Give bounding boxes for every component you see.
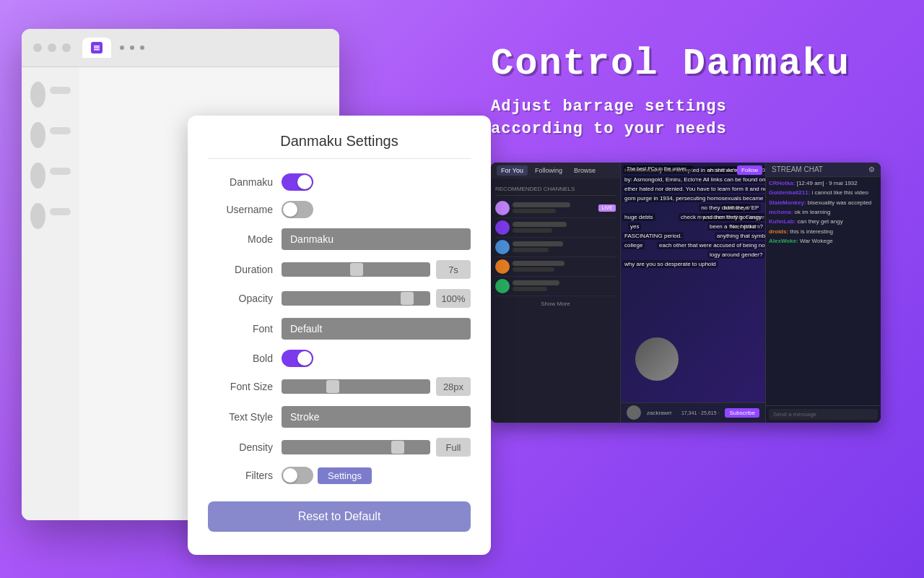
chat-settings-icon[interactable]: ⚙	[868, 165, 875, 173]
sidebar-circle-3	[30, 163, 45, 189]
username-row: Username	[208, 201, 471, 218]
duration-value: 7s	[436, 260, 471, 279]
sidebar-circle-2	[30, 122, 45, 148]
username-toggle-knob	[283, 202, 297, 217]
chat-msg-4: mchona: ok im learning	[769, 209, 878, 216]
sidebar-mock	[22, 67, 79, 520]
channel-avatar-2	[495, 220, 510, 235]
mode-row: Mode Danmaku	[208, 228, 471, 250]
textstyle-dropdown[interactable]: Stroke	[282, 406, 471, 428]
browse-tab[interactable]: Browse	[570, 165, 600, 176]
density-slider[interactable]	[282, 440, 430, 454]
duration-label: Duration	[208, 264, 273, 275]
chat-messages: CRHotka: [12:49 am] · 9 mai 1932 Goldenb…	[766, 177, 881, 405]
danmaku-label: Danmaku	[208, 176, 273, 188]
follow-button[interactable]: Follow	[737, 165, 762, 175]
username-toggle[interactable]	[282, 201, 313, 218]
username-label: Username	[208, 204, 273, 215]
video-player-area: Homosexuality was accepted in ancient As…	[621, 163, 765, 402]
danmaku-toggle[interactable]	[282, 173, 313, 191]
sidebar-circle-4	[30, 203, 45, 229]
fontsize-row: Font Size 28px	[208, 377, 471, 396]
mode-label: Mode	[208, 233, 273, 245]
settings-panel: Danmaku Settings Danmaku Username Mode D…	[188, 116, 491, 555]
sidebar-line-4	[50, 208, 71, 215]
opacity-thumb[interactable]	[401, 292, 414, 305]
mode-control: Danmaku	[282, 228, 471, 250]
channel-row-4	[495, 257, 616, 277]
chat-text-1: [12:49 am] · 9 mai 1932	[797, 180, 858, 186]
chat-header: STREAM CHAT ⚙	[766, 163, 881, 177]
svg-rect-0	[94, 46, 100, 47]
fontsize-slider[interactable]	[282, 379, 430, 394]
browser-tab[interactable]	[82, 38, 111, 58]
filters-settings-button[interactable]: Settings	[318, 467, 372, 484]
settings-title: Danmaku Settings	[208, 133, 471, 159]
sidebar-item-mock-3	[30, 163, 71, 189]
recommended-label: RECOMMENDED CHANNELS	[495, 183, 616, 196]
hero-title: Control Danmaku	[491, 43, 910, 85]
right-content: Control Danmaku Adjust barrage settings …	[491, 43, 910, 423]
font-value: Default	[290, 323, 322, 335]
bold-toggle[interactable]	[282, 350, 313, 367]
channel-live-badge-1: LIVE	[598, 204, 616, 212]
browser-dot-green	[62, 43, 71, 52]
chat-username-7: AlexWoke:	[769, 238, 798, 244]
svg-rect-2	[94, 49, 100, 51]
opacity-control: 100%	[282, 289, 471, 308]
channel-avatar-5	[495, 279, 510, 293]
density-control: Full	[282, 438, 471, 457]
density-row: Density Full	[208, 438, 471, 457]
streamer-bottom-avatar	[627, 405, 641, 420]
chat-msg-7: AlexWoke: War Wokege	[769, 238, 878, 245]
density-value: Full	[436, 438, 471, 457]
textstyle-value: Stroke	[290, 411, 319, 423]
danmaku-control	[282, 173, 471, 191]
channel-avatar-1	[495, 201, 510, 215]
chat-input[interactable]: Send a message	[769, 409, 878, 420]
opacity-slider[interactable]	[282, 291, 430, 306]
sidebar-item-mock	[30, 82, 71, 108]
mode-dropdown[interactable]: Danmaku	[282, 228, 471, 250]
video-chat-area: STREAM CHAT ⚙ CRHotka: [12:49 am] · 9 ma…	[765, 163, 881, 423]
filters-toggle-knob	[283, 468, 297, 483]
filters-toggle[interactable]	[282, 467, 313, 484]
duration-slider[interactable]	[282, 262, 430, 277]
duration-thumb[interactable]	[350, 263, 363, 276]
reset-button[interactable]: Reset to Default	[208, 501, 471, 532]
channel-name-3	[513, 241, 563, 246]
chat-username-6: droids:	[769, 228, 788, 235]
fontsize-thumb[interactable]	[326, 380, 339, 393]
bold-toggle-knob	[297, 351, 312, 366]
channel-avatar-4	[495, 259, 510, 274]
show-more-label[interactable]: Show More	[495, 296, 616, 309]
textstyle-label: Text Style	[208, 411, 273, 423]
textstyle-row: Text Style Stroke	[208, 406, 471, 428]
chat-input-area: Send a message	[766, 405, 881, 423]
subscribe-button[interactable]: Subscribe	[725, 408, 759, 418]
sidebar-line-3	[50, 168, 71, 175]
video-main: Homosexuality was accepted in ancient As…	[621, 163, 765, 423]
browser-dot-extra3	[140, 46, 144, 50]
following-tab[interactable]: Following	[531, 165, 567, 176]
for-you-tab[interactable]: For You	[497, 165, 528, 176]
channel-row-5	[495, 277, 616, 296]
opacity-label: Opacity	[208, 293, 273, 304]
channel-name-1	[513, 202, 570, 207]
density-thumb[interactable]	[391, 441, 404, 454]
sidebar-circle-1	[30, 82, 45, 108]
viewer-count: 17,341 · 25,615 ·	[681, 410, 720, 415]
textstyle-control: Stroke	[282, 406, 471, 428]
chat-msg-2: Goldenball211: i cannot like this video	[769, 189, 878, 197]
video-tab-bar: For You Following Browse	[491, 163, 620, 178]
channel-name-2	[513, 222, 567, 227]
svg-rect-1	[94, 48, 100, 49]
video-sidebar-content: RECOMMENDED CHANNELS LIVE	[491, 178, 620, 423]
font-dropdown[interactable]: Default	[282, 318, 471, 340]
mode-value: Danmaku	[290, 233, 334, 245]
channel-game-2	[513, 228, 552, 233]
browser-dot-yellow	[48, 43, 56, 52]
browser-titlebar	[22, 29, 339, 67]
chat-text-2: i cannot like this video	[812, 189, 868, 196]
stream-chat-label: STREAM CHAT	[772, 165, 823, 173]
